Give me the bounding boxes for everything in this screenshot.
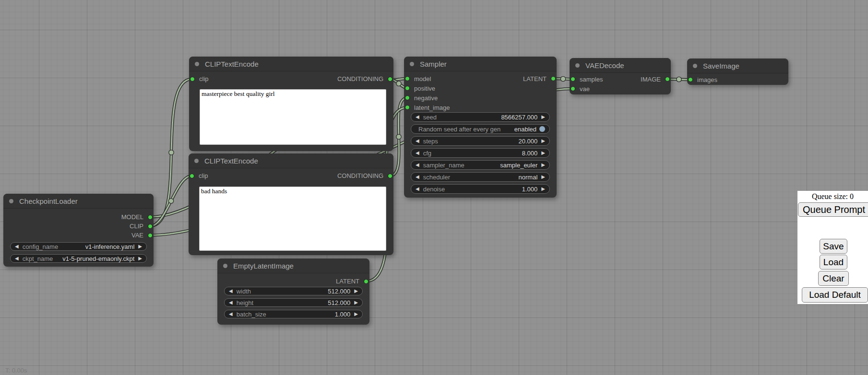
- port-dot[interactable]: [148, 215, 153, 220]
- node-vaedecode[interactable]: VAEDecode samples IMAGE vae: [570, 58, 671, 94]
- widget-scheduler[interactable]: ◀ scheduler normal ▶: [411, 172, 550, 182]
- widget-cfg[interactable]: ◀ cfg 8.000 ▶: [411, 148, 550, 158]
- port-dot[interactable]: [665, 77, 670, 82]
- save-button[interactable]: Save: [820, 239, 847, 254]
- output-port-model[interactable]: MODEL: [121, 213, 153, 221]
- graph-canvas[interactable]: { "status_text": "T: 0.00s", "icons": { …: [0, 0, 868, 375]
- decrement-arrow-icon[interactable]: ◀: [416, 163, 419, 167]
- decrement-arrow-icon[interactable]: ◀: [15, 256, 19, 261]
- link-midpoint-dot[interactable]: [396, 81, 401, 86]
- prompt-textarea[interactable]: masterpiece best quality girl: [200, 89, 386, 145]
- link-midpoint-dot[interactable]: [396, 134, 401, 139]
- collapse-dot-icon[interactable]: [194, 159, 199, 163]
- input-port-vae[interactable]: vae: [571, 85, 590, 93]
- input-port-latent-image[interactable]: latent_image: [405, 104, 450, 111]
- node-checkpointloader[interactable]: CheckpointLoader MODEL CLIP VAE ◀ config…: [3, 194, 154, 267]
- port-dot[interactable]: [364, 279, 369, 284]
- port-dot[interactable]: [405, 95, 410, 100]
- decrement-arrow-icon[interactable]: ◀: [416, 151, 419, 155]
- node-title-bar[interactable]: SaveImage: [687, 59, 788, 73]
- node-title-bar[interactable]: EmptyLatentImage: [217, 258, 369, 273]
- node-title-bar[interactable]: CLIPTextEncode: [189, 153, 393, 168]
- decrement-arrow-icon[interactable]: ◀: [15, 244, 19, 249]
- widget-random-seed-toggle[interactable]: Random seed after every gen enabled: [411, 124, 550, 134]
- clear-button[interactable]: Clear: [818, 271, 849, 286]
- collapse-dot-icon[interactable]: [9, 199, 13, 203]
- widget-batch-size[interactable]: ◀ batch_size 1.000 ▶: [224, 310, 363, 318]
- increment-arrow-icon[interactable]: ▶: [138, 244, 142, 249]
- increment-arrow-icon[interactable]: ▶: [354, 312, 358, 316]
- output-port-latent[interactable]: LATENT: [523, 75, 556, 82]
- port-dot[interactable]: [571, 77, 575, 82]
- output-port-conditioning[interactable]: CONDITIONING: [337, 75, 392, 82]
- increment-arrow-icon[interactable]: ▶: [541, 175, 545, 179]
- increment-arrow-icon[interactable]: ▶: [138, 256, 142, 261]
- node-sampler[interactable]: Sampler model LATENT positive negative: [404, 57, 557, 198]
- decrement-arrow-icon[interactable]: ◀: [416, 115, 419, 119]
- input-port-samples[interactable]: samples: [571, 76, 603, 83]
- node-cliptextencode-positive[interactable]: CLIPTextEncode clip CONDITIONING masterp…: [189, 57, 393, 151]
- port-dot[interactable]: [551, 76, 556, 81]
- increment-arrow-icon[interactable]: ▶: [354, 289, 358, 293]
- decrement-arrow-icon[interactable]: ◀: [229, 312, 233, 316]
- output-port-conditioning[interactable]: CONDITIONING: [337, 172, 392, 179]
- output-port-clip[interactable]: CLIP: [130, 223, 153, 230]
- link-midpoint-dot[interactable]: [560, 76, 565, 81]
- load-default-button[interactable]: Load Default: [802, 287, 868, 303]
- input-port-negative[interactable]: negative: [405, 94, 438, 102]
- widget-ckpt-name[interactable]: ◀ ckpt_name v1-5-pruned-emaonly.ckpt ▶: [10, 254, 147, 263]
- node-title-bar[interactable]: VAEDecode: [570, 58, 671, 73]
- node-title-bar[interactable]: Sampler: [404, 57, 557, 71]
- decrement-arrow-icon[interactable]: ◀: [416, 139, 419, 143]
- link-midpoint-dot[interactable]: [677, 77, 681, 82]
- widget-config-name[interactable]: ◀ config_name v1-inference.yaml ▶: [10, 242, 147, 251]
- input-port-model[interactable]: model: [405, 75, 431, 82]
- port-dot[interactable]: [148, 233, 153, 238]
- collapse-dot-icon[interactable]: [410, 62, 414, 66]
- port-dot[interactable]: [688, 77, 693, 82]
- port-dot[interactable]: [190, 77, 195, 82]
- node-title-bar[interactable]: CheckpointLoader: [3, 194, 154, 209]
- collapse-dot-icon[interactable]: [223, 264, 227, 268]
- collapse-dot-icon[interactable]: [693, 64, 697, 68]
- port-dot[interactable]: [405, 86, 410, 91]
- port-dot[interactable]: [405, 105, 410, 110]
- node-title-bar[interactable]: CLIPTextEncode: [189, 57, 393, 71]
- port-dot[interactable]: [405, 76, 410, 81]
- node-emptylatentimage[interactable]: EmptyLatentImage LATENT ◀ width 512.000 …: [217, 258, 369, 325]
- input-port-clip[interactable]: clip: [190, 172, 208, 179]
- link-wire[interactable]: [150, 79, 192, 226]
- input-port-images[interactable]: images: [688, 76, 717, 83]
- increment-arrow-icon[interactable]: ▶: [541, 163, 545, 167]
- port-dot[interactable]: [388, 77, 392, 82]
- node-cliptextencode-negative[interactable]: CLIPTextEncode clip CONDITIONING bad han…: [189, 153, 393, 255]
- increment-arrow-icon[interactable]: ▶: [541, 139, 545, 143]
- output-port-vae[interactable]: VAE: [131, 232, 153, 239]
- toggle-circle-icon[interactable]: [539, 126, 545, 132]
- port-dot[interactable]: [571, 86, 575, 91]
- increment-arrow-icon[interactable]: ▶: [541, 151, 545, 155]
- queue-prompt-button[interactable]: Queue Prompt: [798, 202, 868, 217]
- output-port-image[interactable]: IMAGE: [641, 76, 670, 83]
- widget-steps[interactable]: ◀ steps 20.000 ▶: [411, 136, 550, 146]
- widget-seed[interactable]: ◀ seed 8566257.000 ▶: [411, 112, 550, 122]
- widget-sampler-name[interactable]: ◀ sampler_name sample_euler ▶: [411, 160, 550, 170]
- load-button[interactable]: Load: [820, 255, 847, 270]
- node-saveimage[interactable]: SaveImage images: [687, 59, 788, 85]
- link-wire[interactable]: [150, 176, 192, 226]
- widget-denoise[interactable]: ◀ denoise 1.000 ▶: [411, 184, 550, 194]
- port-dot[interactable]: [388, 174, 392, 178]
- collapse-dot-icon[interactable]: [575, 63, 580, 68]
- input-port-clip[interactable]: clip: [190, 75, 209, 82]
- increment-arrow-icon[interactable]: ▶: [541, 187, 545, 191]
- increment-arrow-icon[interactable]: ▶: [541, 115, 545, 119]
- prompt-textarea[interactable]: bad hands: [199, 187, 386, 251]
- increment-arrow-icon[interactable]: ▶: [354, 300, 358, 305]
- decrement-arrow-icon[interactable]: ◀: [416, 187, 419, 191]
- link-midpoint-dot[interactable]: [169, 150, 174, 155]
- port-dot[interactable]: [148, 224, 153, 229]
- input-port-positive[interactable]: positive: [405, 85, 435, 92]
- port-dot[interactable]: [190, 174, 194, 178]
- output-port-latent[interactable]: LATENT: [336, 278, 369, 285]
- decrement-arrow-icon[interactable]: ◀: [416, 175, 419, 179]
